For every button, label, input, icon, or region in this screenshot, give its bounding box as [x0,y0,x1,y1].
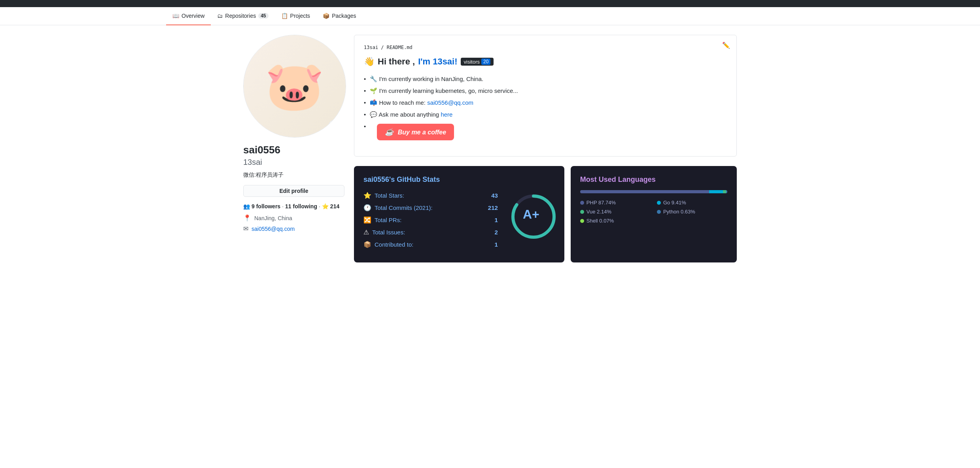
wave-emoji: 👋 [364,57,375,67]
repo-icon: 🗂 [217,13,223,19]
stat-row-contributed: 📦 Contributed to: 1 [363,241,498,248]
tab-repositories-label: Repositories [225,13,256,19]
list-item: ☕ Buy me a coffee [364,121,727,140]
followers-link[interactable]: 9 followers [252,203,280,209]
lang-dot [657,210,661,214]
list-item: 💬 Ask me about anything here [364,109,727,121]
stat-value-prs: 1 [494,217,498,223]
lang-name: Go 9.41% [663,200,686,206]
languages-card: Most Used Languages PHP 87.74% Go 9.41% … [571,166,737,262]
stat-label-stars: Total Stars: [375,192,488,199]
lang-dot [580,201,584,205]
visitors-count: 20 [481,58,490,65]
grade-text: A+ [523,207,539,222]
list-item: 🌱 I'm currently learning kubernetes, go,… [364,85,727,97]
commits-icon: 🕐 [363,204,371,211]
stat-row-commits: 🕐 Total Commits (2021): 212 [363,204,498,211]
lang-name: Vue 2.14% [586,209,611,215]
tab-overview[interactable]: 📖 Overview [166,7,211,25]
coffee-emoji: ☕ [385,128,394,136]
top-bar [0,0,980,7]
greeting-name: I'm 13sai! [418,57,457,67]
avatar: 🐷 🙂 [243,35,346,138]
tab-projects-label: Projects [290,13,310,19]
tab-repositories[interactable]: 🗂 Repositories 45 [211,7,274,25]
tab-nav: 📖 Overview 🗂 Repositories 45 📋 Projects … [0,7,980,25]
star-icon: ⭐ [363,192,371,199]
stats-row: sai0556's GitHub Stats ⭐ Total Stars: 43… [354,166,737,262]
visitors-badge: visitors 20 [461,58,494,66]
stat-row-stars: ⭐ Total Stars: 43 [363,192,498,199]
tab-projects[interactable]: 📋 Projects [275,7,317,25]
edit-profile-button[interactable]: Edit profile [243,185,344,197]
lang-bar-segment-vue [723,190,726,193]
pr-icon: 🔀 [363,216,371,224]
stat-row-prs: 🔀 Total PRs: 1 [363,216,498,224]
greeting-text: Hi there , [378,57,415,67]
lang-item-php: PHP 87.74% [580,200,651,206]
following-link[interactable]: 11 following [285,203,317,209]
stat-label-prs: Total PRs: [375,217,491,223]
github-stats-card: sai0556's GitHub Stats ⭐ Total Stars: 43… [354,166,564,262]
stat-value-issues: 2 [494,229,498,236]
book-icon: 📖 [172,13,179,19]
stars-icon: ⭐ [322,203,329,209]
packages-icon: 📦 [323,13,329,19]
stat-value-stars: 43 [491,192,498,199]
readme-card: 13sai / README.md ✏️ 👋 Hi there , I'm 13… [354,35,737,157]
readme-list: 🔧 I'm currently working in NanJing, Chin… [364,73,727,140]
tab-overview-label: Overview [182,13,204,19]
lang-item-shell: Shell 0.07% [580,218,651,224]
location-item: 📍 NanJing, China [243,214,344,222]
followers-row: 👥 9 followers · 11 following · ⭐ 214 [243,203,344,209]
email-readme-link[interactable]: sai0556@qq.com [427,99,473,106]
lang-item-python: Python 0.63% [657,209,727,215]
email-icon: ✉ [243,225,248,232]
stat-value-contributed: 1 [494,241,498,248]
lang-bar-segment-php [580,190,709,193]
readme-greeting: 👋 Hi there , I'm 13sai! visitors 20 [364,57,727,67]
here-link[interactable]: here [441,111,452,118]
main-layout: 🐷 🙂 sai0556 13sai 微信:程序员涛子 Edit profile … [237,25,743,272]
stat-label-commits: Total Commits (2021): [375,204,485,211]
stat-label-contributed: Contributed to: [375,241,491,248]
grade-circle: A+ [509,192,553,236]
list-item: 🔧 I'm currently working in NanJing, Chin… [364,73,727,85]
sidebar: 🐷 🙂 sai0556 13sai 微信:程序员涛子 Edit profile … [243,35,354,262]
issues-icon: ⚠ [363,228,369,236]
list-item: 📫 How to reach me: sai0556@qq.com [364,97,727,109]
languages-title: Most Used Languages [580,176,727,184]
email-link[interactable]: sai0556@qq.com [252,226,295,232]
coffee-button[interactable]: ☕ Buy me a coffee [377,124,454,140]
location-icon: 📍 [243,214,251,222]
avatar-emoji-button[interactable]: 🙂 [328,120,341,132]
tab-packages[interactable]: 📦 Packages [316,7,362,25]
lang-item-go: Go 9.41% [657,200,727,206]
repositories-badge: 45 [258,13,268,19]
coffee-label: Buy me a coffee [398,129,446,136]
readme-path: 13sai / README.md [364,45,727,50]
stars-link[interactable]: 214 [330,203,339,209]
language-grid: PHP 87.74% Go 9.41% Vue 2.14% Python 0.6… [580,200,727,224]
lang-name: Python 0.63% [663,209,695,215]
contributed-icon: 📦 [363,241,371,248]
visitors-label: visitors [464,59,480,65]
grade-container: A+ [507,191,555,238]
language-bar [580,190,727,193]
main-content: 13sai / README.md ✏️ 👋 Hi there , I'm 13… [354,35,737,262]
edit-pencil-icon[interactable]: ✏️ [722,42,730,49]
lang-dot [657,201,661,205]
profile-handle: 13sai [243,158,344,167]
stats-title: sai0556's GitHub Stats [363,176,498,184]
lang-name: Shell 0.07% [586,218,614,224]
location-text: NanJing, China [254,215,292,221]
lang-dot [580,210,584,214]
followers-icon: 👥 [243,203,250,209]
stat-row-issues: ⚠ Total Issues: 2 [363,228,498,236]
profile-username: sai0556 [243,144,344,156]
projects-icon: 📋 [281,13,288,19]
tab-packages-label: Packages [332,13,356,19]
lang-name: PHP 87.74% [586,200,616,206]
stats-left: sai0556's GitHub Stats ⭐ Total Stars: 43… [363,176,498,253]
profile-bio: 微信:程序员涛子 [243,172,344,179]
